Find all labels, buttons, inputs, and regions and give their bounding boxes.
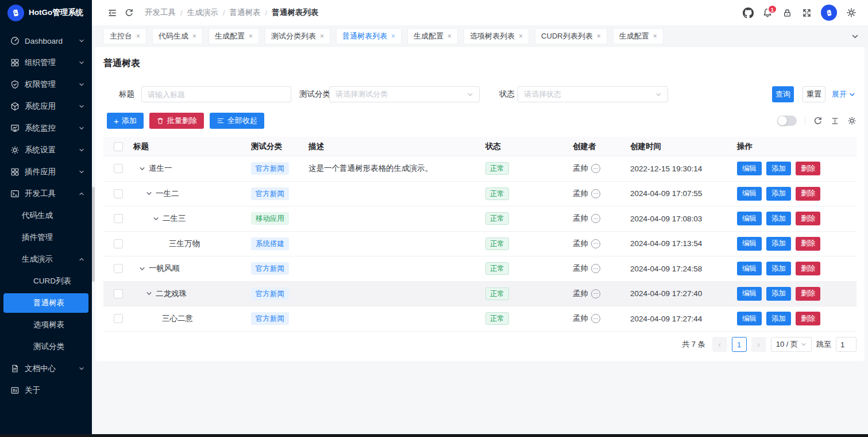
row-height-icon[interactable] — [831, 117, 839, 125]
tab-3[interactable]: 生成配置× — [209, 28, 259, 44]
delete-button[interactable]: 删除 — [796, 212, 820, 225]
edit-button[interactable]: 编辑 — [737, 212, 762, 225]
add-child-button[interactable]: 添加 — [766, 187, 791, 201]
user-avatar[interactable] — [821, 5, 837, 21]
filter-status-select[interactable]: 请选择状态 — [518, 86, 668, 102]
add-button[interactable]: + 添加 — [107, 113, 144, 129]
delete-button[interactable]: 删除 — [796, 287, 820, 301]
tab-8[interactable]: CUDR列表列表× — [535, 28, 607, 44]
filter-title-input[interactable] — [141, 86, 291, 102]
reload-table-icon[interactable] — [813, 116, 823, 125]
edit-button[interactable]: 编辑 — [737, 237, 762, 251]
tab-close-icon[interactable]: × — [447, 33, 452, 40]
breadcrumb-item[interactable]: 开发工具 — [145, 7, 176, 18]
prev-page-button[interactable]: ‹ — [712, 337, 727, 352]
refresh-page-icon[interactable] — [121, 4, 138, 21]
row-checkbox[interactable] — [114, 289, 123, 298]
next-page-button[interactable]: › — [751, 337, 766, 352]
sidebar-item-sys-monitor[interactable]: 系统监控 — [0, 117, 92, 139]
edit-button[interactable]: 编辑 — [737, 287, 762, 301]
tab-2[interactable]: 代码生成× — [152, 28, 203, 44]
tabs-dropdown-chevron-icon[interactable] — [851, 25, 859, 47]
delete-button[interactable]: 删除 — [796, 312, 820, 325]
striped-toggle[interactable] — [777, 116, 797, 126]
sidebar-scrollbar[interactable] — [92, 187, 95, 282]
add-child-button[interactable]: 添加 — [766, 237, 791, 251]
edit-button[interactable]: 编辑 — [737, 262, 762, 275]
edit-button[interactable]: 编辑 — [737, 162, 762, 175]
row-checkbox[interactable] — [114, 189, 123, 198]
sidebar-item-gen-demo[interactable]: 生成演示 — [0, 248, 92, 270]
page-size-select[interactable]: 10 / 页 — [771, 337, 812, 352]
tree-expand-chevron-icon[interactable] — [146, 190, 152, 197]
add-child-button[interactable]: 添加 — [766, 162, 791, 175]
delete-button[interactable]: 删除 — [796, 162, 820, 175]
delete-button[interactable]: 删除 — [796, 237, 820, 251]
tab-4[interactable]: 测试分类列表× — [265, 28, 330, 44]
filter-category-select[interactable]: 请选择测试分类 — [329, 86, 480, 102]
tab-close-icon[interactable]: × — [653, 33, 657, 40]
sidebar-item-dashboard[interactable]: Dashboard — [0, 30, 92, 52]
add-child-button[interactable]: 添加 — [766, 287, 791, 301]
column-settings-gear-icon[interactable] — [847, 116, 857, 125]
search-button[interactable]: 查询 — [772, 86, 794, 102]
lock-screen-icon[interactable] — [778, 4, 796, 21]
row-checkbox[interactable] — [114, 264, 123, 273]
fullscreen-icon[interactable] — [798, 4, 815, 21]
tab-close-icon[interactable]: × — [320, 33, 324, 40]
tab-9[interactable]: 生成配置× — [613, 28, 663, 44]
tab-close-icon[interactable]: × — [249, 33, 253, 40]
add-child-button[interactable]: 添加 — [766, 262, 791, 275]
jump-to-input[interactable] — [836, 337, 857, 352]
sidebar-item-option-tree[interactable]: 选项树表 — [0, 314, 92, 336]
sidebar-item-code-gen[interactable]: 代码生成 — [0, 205, 92, 227]
sidebar-item-sys-setting[interactable]: 系统设置 — [0, 139, 92, 161]
sidebar-item-about[interactable]: 关于 — [0, 379, 92, 401]
tree-expand-chevron-icon[interactable] — [139, 166, 145, 172]
tree-expand-chevron-icon[interactable] — [146, 290, 152, 297]
breadcrumb-item[interactable]: 普通树表 — [230, 7, 261, 18]
row-checkbox[interactable] — [114, 164, 123, 173]
tab-close-icon[interactable]: × — [192, 33, 196, 40]
github-icon[interactable] — [739, 4, 757, 21]
breadcrumb-item[interactable]: 生成演示 — [187, 7, 218, 18]
tab-close-icon[interactable]: × — [136, 33, 140, 40]
select-all-checkbox[interactable] — [114, 142, 123, 151]
app-logo[interactable]: HotGo管理系统 — [0, 0, 92, 25]
tab-5[interactable]: 普通树表列表× — [336, 28, 402, 44]
batch-delete-button[interactable]: 批量删除 — [149, 113, 204, 129]
sidebar-item-test-cate[interactable]: 测试分类 — [0, 336, 92, 358]
sidebar-item-sys-app[interactable]: 系统应用 — [0, 95, 92, 117]
edit-button[interactable]: 编辑 — [737, 187, 762, 201]
tab-close-icon[interactable]: × — [391, 33, 395, 40]
breadcrumb-item[interactable]: 普通树表列表 — [272, 7, 318, 18]
page-number-button[interactable]: 1 — [732, 337, 747, 352]
sidebar-item-plugin-mgr[interactable]: 插件管理 — [0, 227, 92, 248]
collapse-menu-icon[interactable] — [103, 4, 121, 21]
tree-expand-chevron-icon[interactable] — [139, 266, 145, 272]
row-checkbox[interactable] — [114, 314, 123, 323]
tab-7[interactable]: 选项树表列表× — [464, 28, 529, 44]
tab-close-icon[interactable]: × — [519, 33, 523, 40]
add-child-button[interactable]: 添加 — [766, 312, 791, 325]
sidebar-item-permission[interactable]: 权限管理 — [0, 74, 92, 95]
sidebar-item-plugin-app[interactable]: 插件应用 — [0, 161, 92, 183]
sidebar-item-dev-tools[interactable]: 开发工具 — [0, 183, 92, 205]
collapse-all-button[interactable]: 全部收起 — [210, 113, 264, 129]
sidebar-item-normal-tree[interactable]: 普通树表 — [3, 293, 88, 313]
row-checkbox[interactable] — [114, 214, 123, 223]
delete-button[interactable]: 删除 — [796, 187, 820, 201]
tab-6[interactable]: 生成配置× — [407, 28, 458, 44]
edit-button[interactable]: 编辑 — [737, 312, 762, 325]
sidebar-item-curd-list[interactable]: CURD列表 — [0, 270, 92, 292]
tree-expand-chevron-icon[interactable] — [153, 216, 159, 222]
sidebar-item-org[interactable]: 组织管理 — [0, 52, 92, 74]
sidebar-item-doc-center[interactable]: 文档中心 — [0, 358, 92, 379]
notification-bell-icon[interactable]: 1 — [759, 4, 776, 21]
delete-button[interactable]: 删除 — [796, 262, 820, 275]
row-checkbox[interactable] — [114, 239, 123, 248]
expand-filters-link[interactable]: 展开 — [832, 86, 855, 102]
reset-button[interactable]: 重置 — [803, 86, 825, 102]
tab-close-icon[interactable]: × — [597, 33, 601, 40]
add-child-button[interactable]: 添加 — [766, 212, 791, 225]
